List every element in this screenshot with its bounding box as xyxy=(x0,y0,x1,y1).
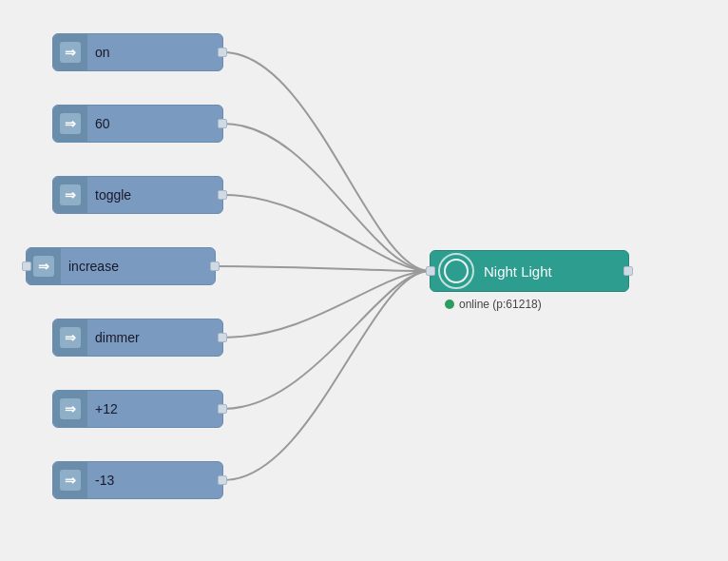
node-label-60: 60 xyxy=(87,116,222,131)
port-right-dimmer[interactable] xyxy=(218,333,227,342)
inject-node-dimmer[interactable]: ⇒ dimmer xyxy=(52,319,223,357)
inject-node-plus12[interactable]: ⇒ +12 xyxy=(52,390,223,428)
node-label-plus12: +12 xyxy=(87,401,222,416)
inject-icon-inner: ⇒ xyxy=(60,42,81,63)
port-right-toggle[interactable] xyxy=(218,190,227,200)
status-dot xyxy=(445,300,454,309)
inject-node-increase[interactable]: ⇒ increase xyxy=(26,247,216,285)
node-label-dimmer: dimmer xyxy=(87,330,222,345)
inject-icon-box-minus13: ⇒ xyxy=(53,462,87,498)
canvas: ⇒ on ⇒ 60 ⇒ toggle ⇒ incre xyxy=(0,0,728,561)
night-light-circle-inner xyxy=(444,259,469,283)
inject-node-toggle[interactable]: ⇒ toggle xyxy=(52,176,223,214)
port-right-night-light[interactable] xyxy=(623,266,633,276)
arrow-icon-plus12: ⇒ xyxy=(65,401,76,416)
node-label-on: on xyxy=(87,45,222,60)
night-light-label: Night Light xyxy=(474,263,628,280)
night-light-icon xyxy=(438,253,474,289)
arrow-icon-increase: ⇒ xyxy=(38,259,49,274)
inject-icon-box-increase: ⇒ xyxy=(27,248,61,284)
inject-node-60[interactable]: ⇒ 60 xyxy=(52,105,223,143)
port-right-60[interactable] xyxy=(218,119,227,128)
status-text: online (p:61218) xyxy=(459,298,542,311)
port-right-increase[interactable] xyxy=(210,261,220,271)
inject-icon-box-toggle: ⇒ xyxy=(53,177,87,213)
port-right-plus12[interactable] xyxy=(218,404,227,414)
inject-icon-box: ⇒ xyxy=(53,34,87,70)
node-label-increase: increase xyxy=(61,259,215,274)
arrow-icon-toggle: ⇒ xyxy=(65,187,76,203)
inject-node-minus13[interactable]: ⇒ -13 xyxy=(52,461,223,499)
inject-icon-box-60: ⇒ xyxy=(53,106,87,142)
arrow-icon-dimmer: ⇒ xyxy=(65,330,76,345)
arrow-icon-60: ⇒ xyxy=(65,116,76,131)
port-left-increase[interactable] xyxy=(22,261,31,271)
inject-node-on[interactable]: ⇒ on xyxy=(52,33,223,71)
port-left-night-light[interactable] xyxy=(426,266,435,276)
node-label-toggle: toggle xyxy=(87,187,222,203)
status-badge: online (p:61218) xyxy=(445,298,542,311)
inject-icon-box-dimmer: ⇒ xyxy=(53,319,87,356)
port-right-on[interactable] xyxy=(218,48,227,57)
inject-icon-box-plus12: ⇒ xyxy=(53,391,87,427)
night-light-node[interactable]: Night Light xyxy=(430,250,629,292)
arrow-icon-minus13: ⇒ xyxy=(65,473,76,488)
arrow-icon: ⇒ xyxy=(65,45,76,60)
port-right-minus13[interactable] xyxy=(218,475,227,485)
node-label-minus13: -13 xyxy=(87,473,222,488)
